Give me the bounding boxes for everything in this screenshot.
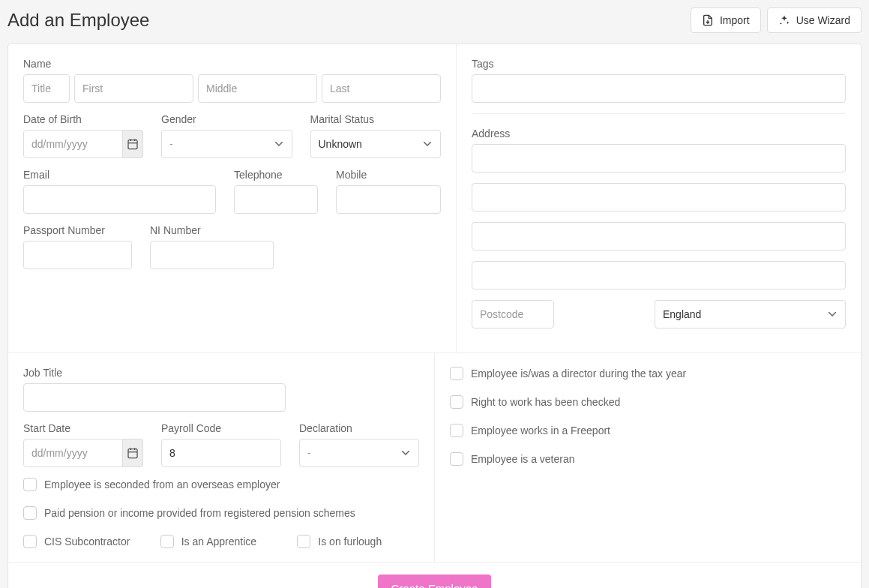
import-button-label: Import	[720, 14, 750, 26]
apprentice-label: Is an Apprentice	[181, 536, 256, 548]
wizard-icon	[778, 14, 790, 26]
gender-select[interactable]: -	[161, 130, 292, 158]
right-to-work-label: Right to work has been checked	[471, 396, 620, 408]
telephone-input[interactable]	[234, 185, 318, 214]
cis-subcontractor-label: CIS Subcontractor	[44, 536, 130, 548]
cis-subcontractor-checkbox[interactable]	[23, 535, 37, 548]
job-title-label: Job Title	[23, 367, 419, 379]
pension-label: Paid pension or income provided from reg…	[44, 507, 355, 519]
declaration-select[interactable]: -	[299, 439, 419, 467]
postcode-input[interactable]	[472, 300, 554, 328]
start-date-input[interactable]	[23, 439, 123, 467]
import-icon	[702, 14, 714, 26]
use-wizard-button-label: Use Wizard	[796, 14, 850, 26]
telephone-label: Telephone	[234, 169, 318, 181]
declaration-label: Declaration	[299, 422, 419, 434]
start-date-calendar-button[interactable]	[123, 439, 143, 467]
ni-number-input[interactable]	[150, 241, 274, 269]
marital-status-select[interactable]: Unknown	[310, 130, 442, 158]
svg-rect-4	[128, 449, 137, 458]
payroll-code-label: Payroll Code	[161, 422, 281, 434]
mobile-input[interactable]	[336, 185, 441, 214]
gender-label: Gender	[161, 113, 292, 125]
start-date-label: Start Date	[23, 422, 143, 434]
dob-label: Date of Birth	[23, 113, 143, 125]
pension-checkbox[interactable]	[23, 506, 37, 520]
use-wizard-button[interactable]: Use Wizard	[767, 8, 862, 33]
seconded-checkbox[interactable]	[23, 478, 37, 491]
address-line-4-input[interactable]	[472, 261, 846, 290]
tags-input[interactable]	[472, 74, 846, 103]
marital-status-label: Marital Status	[310, 113, 442, 125]
address-line-3-input[interactable]	[472, 222, 846, 250]
calendar-icon	[127, 447, 139, 459]
mobile-label: Mobile	[336, 169, 441, 181]
svg-rect-0	[128, 140, 137, 149]
dob-calendar-button[interactable]	[123, 130, 143, 158]
seconded-label: Employee is seconded from an overseas em…	[44, 478, 280, 490]
address-label: Address	[472, 128, 846, 140]
page-title: Add an Employee	[7, 10, 149, 31]
last-name-input[interactable]	[322, 74, 441, 103]
middle-name-input[interactable]	[198, 74, 317, 103]
email-input[interactable]	[23, 185, 216, 214]
country-select[interactable]: England	[655, 300, 846, 328]
calendar-icon	[127, 138, 139, 150]
right-to-work-checkbox[interactable]	[450, 395, 463, 409]
address-line-1-input[interactable]	[472, 144, 846, 172]
veteran-checkbox[interactable]	[450, 452, 463, 466]
dob-input[interactable]	[23, 130, 123, 158]
address-line-2-input[interactable]	[472, 183, 846, 212]
payroll-code-input[interactable]	[161, 439, 281, 467]
apprentice-checkbox[interactable]	[160, 535, 174, 548]
furlough-label: Is on furlough	[318, 536, 382, 548]
freeport-checkbox[interactable]	[450, 424, 463, 437]
email-label: Email	[23, 169, 216, 181]
passport-number-input[interactable]	[23, 241, 132, 269]
create-employee-button[interactable]: Create Employee	[378, 574, 492, 588]
first-name-input[interactable]	[74, 74, 193, 103]
name-label: Name	[23, 58, 441, 70]
furlough-checkbox[interactable]	[297, 535, 310, 548]
tags-label: Tags	[472, 58, 846, 70]
import-button[interactable]: Import	[691, 8, 761, 33]
ni-number-label: NI Number	[150, 224, 274, 236]
freeport-label: Employee works in a Freeport	[471, 424, 610, 436]
passport-number-label: Passport Number	[23, 224, 132, 236]
director-checkbox[interactable]	[450, 367, 463, 380]
veteran-label: Employee is a veteran	[471, 453, 575, 465]
director-label: Employee is/was a director during the ta…	[471, 368, 686, 380]
title-input[interactable]	[23, 74, 70, 103]
job-title-input[interactable]	[23, 383, 286, 412]
